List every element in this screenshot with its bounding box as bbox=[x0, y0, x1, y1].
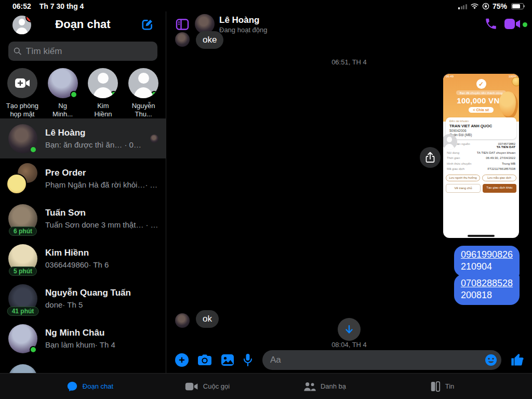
new-transaction-button: Tạo giao dịch khác bbox=[483, 184, 516, 193]
receipt-share-button: < Chia sẻ bbox=[469, 107, 494, 113]
chat-name: Pre Order bbox=[45, 168, 158, 178]
time-badge: 5 phút bbox=[9, 267, 37, 276]
clock: 06:52 bbox=[12, 2, 31, 10]
tiger-mascot-graphic bbox=[499, 91, 518, 118]
chat-preview: Phạm Ngân Hà đã rời khỏi…· Th 6 bbox=[45, 180, 158, 189]
create-room-button[interactable]: Tạo phònghọp mặt bbox=[2, 68, 43, 119]
conversation-status: Đang hoạt động bbox=[219, 26, 268, 34]
compose-icon[interactable] bbox=[141, 18, 154, 31]
tab-tin[interactable]: Tin bbox=[383, 381, 501, 392]
avatar: 41 phút bbox=[8, 284, 37, 313]
search-icon bbox=[14, 47, 22, 56]
avatar bbox=[8, 124, 37, 153]
chat-row-pre-order[interactable]: Pre Order Phạm Ngân Hà đã rời khỏi…· Th … bbox=[0, 158, 166, 198]
home-indicator bbox=[468, 235, 495, 237]
chat-row-ng-minh-chau[interactable]: Ng Minh Châu Bạn làm khum· Th 4 bbox=[0, 318, 166, 358]
chat-row-nguyen-quang-tuan[interactable]: 41 phút Nguyễn Quang Tuấn done· Th 5 bbox=[0, 278, 166, 318]
avatar bbox=[8, 364, 37, 374]
chat-bubble-icon bbox=[66, 381, 78, 392]
tab-danh-ba[interactable]: Danh bạ bbox=[266, 381, 383, 392]
chat-row-le-hoang[interactable]: Lê Hoàng Bạn: ăn được thì ăn… · 06:43 bbox=[0, 118, 166, 158]
emoji-icon[interactable] bbox=[485, 354, 497, 366]
gallery-icon[interactable] bbox=[221, 354, 234, 366]
stories-icon bbox=[430, 381, 441, 392]
more-actions-icon[interactable]: + bbox=[175, 353, 189, 367]
wifi-icon bbox=[470, 3, 479, 10]
search-input[interactable] bbox=[26, 46, 153, 57]
chat-row-kim-hienn[interactable]: 5 phút Kim Hiềnn 0366449860· Th 6 bbox=[0, 238, 166, 278]
active-status-dot bbox=[523, 22, 527, 27]
chat-sidebar: 3 Đoạn chat bbox=[0, 11, 166, 373]
outgoing-message[interactable]: 0708288528 200818 bbox=[454, 274, 520, 305]
video-plus-icon bbox=[15, 77, 30, 89]
coin-graphic bbox=[512, 77, 519, 86]
battery-percent: 75% bbox=[493, 2, 507, 10]
chat-preview: Bạn: ăn được thì ăn… · 06:43 bbox=[45, 140, 142, 149]
save-beneficiary-button: Lưu người thụ hưởng bbox=[446, 175, 480, 181]
sidebar-toggle-icon[interactable] bbox=[176, 18, 189, 31]
home-button: Về trang chủ bbox=[446, 184, 481, 193]
chat-preview: Bạn làm khum· Th 4 bbox=[45, 340, 158, 349]
avatar bbox=[128, 68, 158, 98]
online-indicator bbox=[70, 91, 77, 98]
chat-row-nguyen-hoang-dat[interactable]: Nguyễn Hoàng Đạt bbox=[0, 358, 166, 373]
share-icon bbox=[425, 152, 435, 163]
time-badge: 41 phút bbox=[7, 307, 39, 316]
bank-receipt-image[interactable]: 06:49100% ✓ Bạn đã chuyển tiền thành côn… bbox=[443, 74, 519, 238]
chat-name: Nguyễn Quang Tuấn bbox=[45, 288, 158, 298]
avatar: 6 phút bbox=[8, 204, 37, 233]
conversation-pane: Lê Hoàng Đang hoạt động oke 06:51, TH 4 … bbox=[166, 11, 532, 373]
chat-preview: done· Th 5 bbox=[45, 300, 158, 309]
tab-cuoc-goi[interactable]: Cuộc gọi bbox=[149, 381, 266, 392]
message-input[interactable] bbox=[262, 355, 501, 365]
message-composer: + bbox=[166, 349, 532, 371]
incoming-message[interactable]: ok bbox=[196, 310, 219, 328]
conversation-name[interactable]: Lê Hoàng bbox=[219, 15, 259, 25]
seen-receipt-avatar bbox=[150, 135, 158, 143]
online-indicator bbox=[30, 146, 37, 153]
search-bar[interactable] bbox=[8, 42, 157, 61]
chat-list: Lê Hoàng Bạn: ăn được thì ăn… · 06:43 Pr… bbox=[0, 118, 166, 373]
incoming-message[interactable]: oke bbox=[196, 31, 223, 49]
timestamp: 08:04, TH 4 bbox=[166, 341, 532, 349]
story-label: NgMinh... bbox=[52, 102, 73, 119]
time-badge: 6 phút bbox=[9, 227, 37, 236]
status-bar: 06:52 Th 7 30 thg 4 75% bbox=[0, 0, 532, 11]
chat-name: Kim Hiềnn bbox=[45, 248, 158, 258]
story-kim-hienn[interactable]: KimHiềnn bbox=[83, 68, 124, 119]
chat-name: Lê Hoàng bbox=[45, 128, 142, 138]
people-icon bbox=[303, 381, 316, 392]
timestamp: 06:51, TH 4 bbox=[166, 58, 532, 66]
date: Th 7 30 thg 4 bbox=[39, 2, 84, 10]
battery-icon bbox=[511, 3, 524, 9]
video-call-icon[interactable] bbox=[504, 18, 521, 30]
scroll-to-bottom-button[interactable] bbox=[338, 318, 361, 341]
chat-preview: 0366449860· Th 6 bbox=[45, 260, 158, 269]
story-label: NguyễnThu... bbox=[132, 102, 155, 119]
signal-icon bbox=[458, 4, 467, 9]
outgoing-message[interactable]: 0961990826 210904 bbox=[454, 246, 520, 276]
receipt-recipient-card: Đến tài khoản TRAN VIET ANH QUOC 5090420… bbox=[446, 117, 516, 139]
receipt-banner: Bạn đã chuyển tiền thành công bbox=[456, 90, 507, 95]
thumbs-up-icon[interactable] bbox=[510, 353, 525, 367]
avatar bbox=[88, 68, 118, 98]
avatar bbox=[48, 68, 78, 98]
story-ng-minh[interactable]: NgMinh... bbox=[43, 68, 83, 119]
camera-icon[interactable] bbox=[197, 354, 212, 366]
story-label: Tạo phònghọp mặt bbox=[6, 102, 38, 119]
avatar: 5 phút bbox=[8, 244, 37, 273]
online-indicator bbox=[151, 91, 158, 98]
microphone-icon[interactable] bbox=[243, 353, 252, 367]
chat-preview: Tuấn Sơn done 3 mm thật… · Th 6 bbox=[45, 220, 158, 229]
chat-name: Ng Minh Châu bbox=[45, 328, 158, 338]
avatar bbox=[8, 324, 37, 353]
save-template-button: Lưu mẫu giao dịch bbox=[482, 175, 516, 181]
down-arrow-icon bbox=[344, 324, 354, 335]
forward-button[interactable] bbox=[420, 147, 441, 168]
story-nguyen-thu[interactable]: NguyễnThu... bbox=[123, 68, 164, 119]
tab-doan-chat[interactable]: Đoạn chat bbox=[31, 381, 149, 392]
chat-row-tuan-son[interactable]: 6 phút Tuấn Sơn Tuấn Sơn done 3 mm thật…… bbox=[0, 198, 166, 238]
story-label: KimHiềnn bbox=[94, 102, 112, 119]
phone-call-icon[interactable] bbox=[484, 17, 498, 31]
success-check-icon: ✓ bbox=[476, 79, 486, 89]
